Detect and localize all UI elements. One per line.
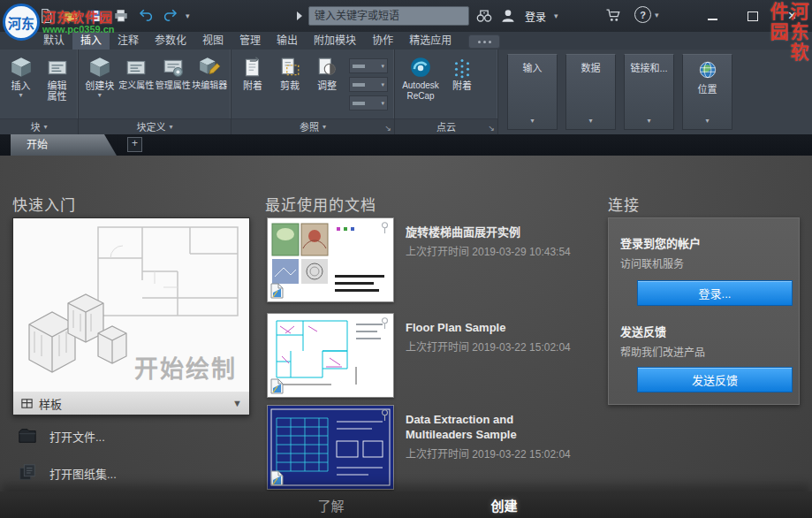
tab-manage[interactable]: 管理 (231, 32, 269, 50)
recent-doc-subtitle: 上次打开时间 2019-03-29 10:43:54 (406, 243, 571, 258)
start-tab[interactable]: 开始 (11, 134, 117, 156)
tab-featured-apps[interactable]: 精选应用 (401, 32, 459, 50)
recent-doc-item[interactable]: Data Extraction and Multileaders Sample … (267, 405, 571, 490)
adjust-button[interactable]: 调整 (308, 53, 345, 91)
pin-icon[interactable] (379, 316, 391, 330)
recent-doc-thumbnail[interactable] (267, 217, 394, 302)
tab-annotate[interactable]: 注释 (110, 32, 147, 50)
recent-doc-subtitle: 上次打开时间 2019-03-22 15:02:04 (406, 339, 571, 354)
template-selector[interactable]: 样板 ▼ (13, 392, 249, 415)
underlay-layers-control[interactable]: ▾ (349, 58, 388, 73)
panel-expand-icon: ▾ (169, 120, 172, 134)
attach-point-cloud-button[interactable]: 附着 (444, 53, 481, 91)
manage-attribute-button[interactable]: 管理属性 (155, 53, 192, 91)
help-group: ? ▾ (634, 6, 659, 23)
panel-expand-icon: ▾ (588, 117, 592, 125)
block-editor-button[interactable]: 块编辑器 (192, 53, 229, 91)
tab-view[interactable]: 视图 (194, 32, 231, 50)
autocad-window: ▾ 登录 ▾ ? ▾ × 默认 插入 注释 参数化 视图 管理 输出 附加模块 (0, 0, 812, 518)
minimize-icon (708, 19, 717, 20)
autodesk-recap-button[interactable]: Autodesk ReCap (398, 53, 444, 102)
panel-linking-extraction[interactable]: 链接和... ▾ (624, 54, 674, 130)
dropdown-arrow-icon: ▾ (98, 91, 102, 99)
template-label: 样板 (39, 395, 227, 412)
sign-in-button[interactable]: 登录 (525, 9, 546, 24)
send-feedback-button[interactable]: 发送反馈 (637, 367, 793, 392)
recent-doc-title[interactable]: 旋转楼梯曲面展开实例 (406, 225, 551, 240)
clip-button[interactable]: 剪裁 (271, 53, 308, 91)
start-drawing-preview[interactable]: 开始绘制 (13, 218, 249, 392)
recent-doc-thumbnail[interactable] (267, 405, 394, 490)
recent-doc-thumbnail[interactable] (267, 313, 394, 398)
tab-output[interactable]: 输出 (269, 32, 306, 50)
pin-icon[interactable] (379, 221, 391, 234)
plot-button[interactable] (111, 6, 131, 26)
open-file-link[interactable]: 打开文件... (16, 426, 105, 446)
redo-button[interactable] (161, 6, 180, 26)
insert-block-button[interactable]: 插入 ▾ (3, 53, 39, 99)
recent-doc-info: 旋转楼梯曲面展开实例 上次打开时间 2019-03-29 10:43:54 (406, 217, 571, 302)
panel-point-cloud-label[interactable]: 点云 ↘ (395, 118, 497, 134)
file-tab-bar: 开始 + (0, 134, 812, 156)
watermark-vertical-text: 河东软件园 (768, 2, 808, 65)
minimize-button[interactable] (693, 0, 732, 32)
snap-underlay-control[interactable]: ▾ (349, 95, 388, 110)
qat-customize-arrow-icon[interactable]: ▾ (186, 11, 190, 20)
help-dropdown-icon[interactable]: ▾ (655, 11, 659, 19)
search-input[interactable] (308, 6, 469, 26)
tab-parametric[interactable]: 参数化 (147, 32, 194, 50)
panel-block-label[interactable]: 块▾ (0, 118, 78, 134)
dialog-launcher-icon[interactable]: ↘ (488, 125, 495, 133)
open-sheet-set-link[interactable]: 打开图纸集... (16, 463, 117, 483)
panel-location[interactable]: 位置 ▾ (682, 54, 732, 130)
watermark-site-name: 河东软件园 (42, 7, 113, 26)
maximize-button[interactable] (732, 0, 772, 32)
panel-data[interactable]: 数据 ▾ (565, 54, 616, 130)
panel-block-definition-label[interactable]: 块定义▾ (79, 118, 231, 134)
connect-panel: 登录到您的帐户 访问联机服务 登录... 发送反馈 帮助我们改进产品 发送反馈 (608, 217, 800, 405)
start-drawing-card[interactable]: 开始绘制 样板 ▼ (12, 217, 250, 415)
tab-addins[interactable]: 附加模块 (306, 32, 364, 50)
define-attribute-button[interactable]: 定义属性 (118, 53, 156, 91)
panel-reference-label[interactable]: 参照▾ ↘ (231, 118, 394, 134)
search-binoculars-icon[interactable] (475, 7, 493, 25)
panel-point-cloud: Autodesk ReCap 附着 点云 ↘ (395, 50, 498, 134)
attach-reference-button[interactable]: 附着 (234, 53, 271, 91)
template-icon (20, 397, 34, 410)
dwg-file-icon (270, 378, 284, 394)
frame-setting-control[interactable]: ▾ (349, 77, 388, 92)
app-store-cart-button[interactable] (604, 6, 622, 24)
new-drawing-tab-button[interactable]: + (127, 137, 142, 152)
recent-doc-title[interactable]: Floor Plan Sample (406, 320, 551, 335)
quickstart-heading: 快速入门 (12, 193, 76, 215)
tab-default[interactable]: 默认 (35, 32, 72, 50)
thumbnail-image (268, 406, 393, 489)
search-expand-icon[interactable] (297, 11, 302, 20)
panel-expand-icon: ▾ (705, 117, 709, 125)
start-page-footer: 了解 创建 (0, 491, 812, 518)
recent-doc-item[interactable]: 旋转楼梯曲面展开实例 上次打开时间 2019-03-29 10:43:54 (267, 217, 571, 302)
sign-in-button[interactable]: 登录... (637, 280, 793, 306)
feedback-subtitle: 帮助我们改进产品 (620, 344, 705, 359)
create-tab[interactable]: 创建 (491, 496, 518, 514)
recent-doc-subtitle: 上次打开时间 2019-03-22 15:02:04 (406, 446, 571, 461)
recent-doc-item[interactable]: Floor Plan Sample 上次打开时间 2019-03-22 15:0… (267, 313, 571, 398)
help-icon[interactable]: ? (634, 6, 651, 23)
ribbon-options-button[interactable] (468, 34, 500, 49)
folder-icon (16, 426, 39, 446)
recent-doc-title[interactable]: Data Extraction and Multileaders Sample (406, 412, 551, 442)
sign-in-dropdown-icon[interactable]: ▾ (554, 11, 558, 20)
tab-insert[interactable]: 插入 (72, 32, 110, 50)
pin-icon[interactable] (379, 408, 391, 422)
edit-attribute-button[interactable]: 编辑 属性 (39, 53, 75, 102)
undo-button[interactable] (136, 6, 156, 26)
panel-import[interactable]: 输入 ▾ (507, 54, 558, 130)
template-dropdown-icon[interactable]: ▼ (232, 398, 242, 408)
create-block-icon (87, 54, 113, 80)
attach-icon (239, 54, 266, 80)
create-block-button[interactable]: 创建块 ▾ (81, 53, 118, 99)
learn-tab[interactable]: 了解 (317, 496, 344, 514)
dialog-launcher-icon[interactable]: ↘ (384, 125, 391, 133)
panel-expand-icon: ▾ (647, 117, 650, 125)
tab-collaborate[interactable]: 协作 (364, 32, 401, 50)
